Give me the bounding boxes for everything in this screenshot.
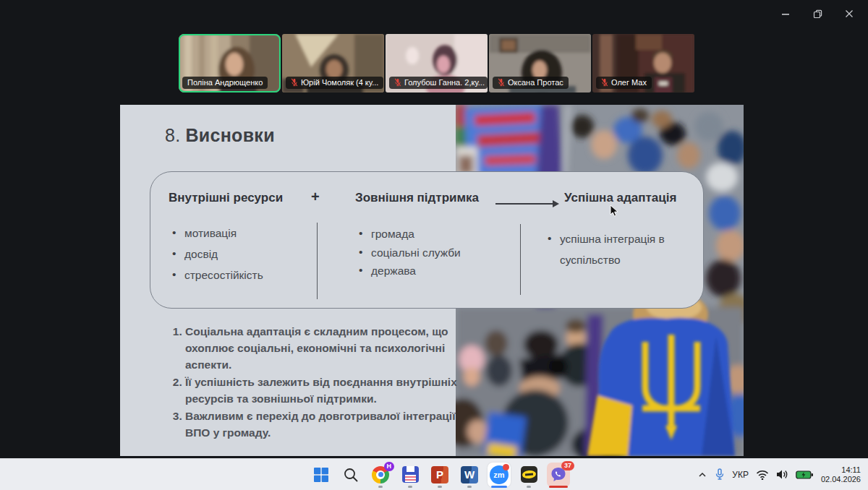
- close-icon: [845, 9, 854, 18]
- active-app-indicator: [491, 486, 507, 488]
- participant-tile[interactable]: Голубош Ганна. 2,ку...: [386, 34, 488, 93]
- participant-name-pill: Оксана Протас: [493, 77, 569, 89]
- windows-logo-icon: [313, 467, 329, 483]
- diagram-column-header: Внутрішні ресурси: [169, 191, 283, 205]
- diagram-bullet-list: успішна інтеграція в суспільство: [548, 228, 698, 270]
- minimize-button[interactable]: [770, 3, 801, 25]
- participant-tile[interactable]: Оксана Протас: [489, 34, 591, 93]
- mic-muted-icon: [394, 78, 401, 87]
- system-tray: УКР 14:11: [697, 459, 861, 490]
- participant-name-pill: Юрій Чомоляк (4 ку...: [286, 77, 383, 89]
- slide-number: 8.: [165, 125, 180, 145]
- restore-button[interactable]: [801, 3, 833, 25]
- participant-name: Юрій Чомоляк (4 ку...: [301, 78, 378, 87]
- participant-name-pill: Поліна Андрющенко: [182, 77, 268, 89]
- start-button[interactable]: [310, 461, 333, 489]
- minimize-icon: [781, 9, 790, 18]
- zoom-meeting-window: Поліна Андрющенко: [0, 0, 868, 490]
- chevron-up-icon: [697, 470, 707, 479]
- attention-indicator: [549, 486, 568, 488]
- slide-title: 8.Висновки: [165, 125, 275, 146]
- diagram-bullet-list: громада соціальні служби держава: [359, 225, 461, 280]
- mic-muted-icon: [601, 78, 608, 87]
- powerpoint-icon: P: [431, 466, 448, 483]
- powerpoint-button[interactable]: P: [428, 461, 451, 489]
- participant-name: Поліна Андрющенко: [187, 78, 263, 87]
- shared-slide: 8.Висновки Внутрішні ресурси + Зовнішня …: [120, 105, 744, 456]
- viber-button[interactable]: 37: [547, 461, 570, 489]
- bullet-item: досвід: [172, 244, 263, 265]
- taskbar-apps: H P W zm: [310, 459, 570, 490]
- floppy-app-button[interactable]: [399, 461, 422, 489]
- speaker-icon: [776, 469, 788, 480]
- participant-tile[interactable]: Поліна Андрющенко: [179, 34, 281, 93]
- tray-date: 02.04.2026: [821, 475, 861, 484]
- tray-chevron-button[interactable]: [697, 470, 707, 479]
- participant-name-pill: Голубош Ганна. 2,ку...: [389, 77, 488, 89]
- search-icon: [343, 467, 359, 483]
- language-indicator[interactable]: УКР: [732, 470, 749, 480]
- wifi-icon: [756, 470, 769, 480]
- bullet-item: держава: [359, 262, 461, 280]
- participant-name: Оксана Протас: [508, 78, 563, 87]
- zoom-app-button[interactable]: zm: [488, 461, 511, 489]
- bullet-item: успішна інтеграція в суспільство: [548, 228, 698, 270]
- window-controls: [770, 3, 865, 25]
- tray-wifi-button[interactable]: [756, 470, 769, 480]
- bullet-item: мотивація: [172, 223, 263, 244]
- participant-tile[interactable]: Олег Мах: [592, 34, 694, 93]
- chrome-button[interactable]: H: [369, 461, 392, 489]
- running-indicator: [408, 486, 412, 488]
- participant-name: Олег Мах: [611, 78, 647, 87]
- yellow-app-button[interactable]: [517, 461, 540, 489]
- participant-tile[interactable]: Юрій Чомоляк (4 ку...: [282, 34, 384, 93]
- floppy-disk-icon: [402, 466, 419, 483]
- mic-muted-icon: [498, 78, 505, 87]
- running-indicator: [438, 486, 442, 488]
- mic-muted-icon: [291, 78, 298, 87]
- yellow-oval-app-icon: [521, 466, 537, 483]
- tray-clock[interactable]: 14:11 02.04.2026: [821, 465, 861, 484]
- conclusions-list: Соціальна адаптація є складним процесом,…: [168, 323, 472, 442]
- word-button[interactable]: W: [458, 461, 481, 489]
- tray-battery-button[interactable]: [796, 470, 814, 480]
- conclusion-item: Соціальна адаптація є складним процесом,…: [185, 323, 472, 373]
- bullet-item: стресостійкість: [172, 265, 263, 285]
- plus-sign: +: [311, 189, 320, 205]
- participant-name-pill: Олег Мах: [596, 77, 652, 89]
- word-icon: W: [461, 466, 478, 483]
- participant-strip: Поліна Андрющенко: [179, 34, 694, 93]
- concept-diagram-box: Внутрішні ресурси + Зовнішня підтримка У…: [150, 171, 704, 309]
- mouse-cursor: [610, 205, 620, 220]
- bullet-item: громада: [359, 225, 461, 244]
- zoom-notification-dot: [503, 464, 509, 470]
- close-button[interactable]: [833, 3, 865, 25]
- diagram-bullet-list: мотивація досвід стресостійкість: [172, 223, 263, 285]
- conclusion-item: Важливим є перехід до довготривалої інте…: [185, 408, 472, 441]
- tray-time: 14:11: [821, 465, 861, 475]
- arrow-right-icon: [495, 203, 558, 205]
- column-divider: [317, 223, 318, 299]
- bullet-item: соціальні служби: [359, 244, 461, 262]
- diagram-column-header: Успішна адаптація: [564, 191, 676, 205]
- windows-taskbar: H P W zm: [0, 458, 868, 490]
- running-indicator: [378, 486, 383, 488]
- participant-name: Голубош Ганна. 2,ку...: [404, 78, 485, 87]
- slide-title-text: Висновки: [185, 125, 274, 145]
- column-divider: [520, 224, 521, 295]
- microphone-icon: [715, 468, 725, 481]
- chrome-profile-badge: H: [384, 462, 395, 471]
- battery-charging-icon: [796, 470, 814, 480]
- tray-microphone-button[interactable]: [715, 468, 725, 481]
- diagram-column-header: Зовнішня підтримка: [355, 191, 479, 205]
- running-indicator: [467, 486, 472, 488]
- restore-icon: [813, 9, 822, 19]
- conclusion-item: Її успішність залежить від поєднання вну…: [185, 374, 472, 407]
- tray-volume-button[interactable]: [776, 469, 788, 480]
- viber-unread-badge: 37: [561, 461, 574, 470]
- running-indicator: [527, 486, 531, 488]
- search-button[interactable]: [339, 461, 362, 489]
